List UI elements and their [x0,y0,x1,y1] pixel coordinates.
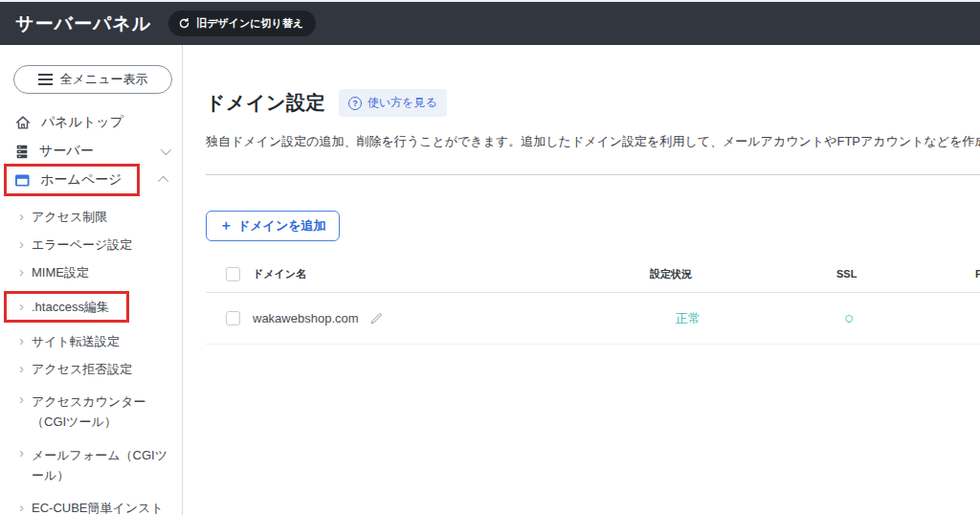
sidebar-item-site-transfer[interactable]: › サイト転送設定 [0,327,182,355]
plus-icon: ＋ [219,217,233,235]
sidebar-item-label: アクセス制限 [32,209,107,225]
sidebar-item-label: MIME設定 [32,264,89,280]
chevron-right-icon: › [19,445,24,460]
ssl-status-mark: ○ [836,310,975,326]
chevron-right-icon: › [19,264,24,280]
chevron-right-icon: › [19,361,24,376]
row-checkbox-cell [206,311,253,325]
select-all-checkbox[interactable] [226,267,240,281]
chevron-down-icon [161,145,171,155]
body-row: 全メニュー表示 パネルトップ サーバー [0,45,980,515]
header-checkbox-cell [206,267,253,281]
sidebar-item-label: サーバー [39,143,94,160]
server-icon [14,144,30,160]
annotation-box-htaccess: › .htaccess編集 [7,294,126,320]
chevron-right-icon: › [19,500,24,515]
section-divider [206,174,980,175]
domain-table: ドメイン名 設定状況 SSL P wakawebshop.com [206,256,980,345]
pencil-icon [369,312,383,325]
switch-old-design-label: 旧デザインに切り替え [196,16,303,31]
chevron-right-icon: › [19,392,24,407]
sidebar-main-nav: パネルトップ サーバー ホームページ [0,108,182,194]
sidebar-item-error-page[interactable]: › エラーページ設定 [0,231,182,258]
chevron-up-icon [158,176,168,187]
switch-old-design-button[interactable]: 旧デザインに切り替え [168,11,316,36]
status-badge: 正常 [650,310,836,327]
all-menu-toggle-label: 全メニュー表示 [60,71,148,88]
sidebar-item-panel-top[interactable]: パネルトップ [0,108,182,137]
help-link-label: 使い方を見る [368,95,437,111]
sidebar-item-access-counter[interactable]: › アクセスカウンター（CGIツール） [0,383,182,437]
top-header: サーバーパネル 旧デザインに切り替え [0,0,980,45]
column-header-status: 設定状況 [650,267,836,281]
sidebar-item-label: アクセスカウンター（CGIツール） [32,392,172,432]
hamburger-icon [38,74,53,85]
sidebar-item-label: EC-CUBE簡単インストール [32,500,172,515]
browser-icon [14,173,31,188]
chevron-right-icon: › [19,236,24,252]
table-row: wakawebshop.com 正常 ○ [206,293,980,345]
sidebar-item-access-restriction[interactable]: › アクセス制限 [0,203,182,231]
sidebar-item-label: .htaccess編集 [32,299,109,315]
sidebar-item-mime[interactable]: › MIME設定 [0,258,182,286]
sidebar: 全メニュー表示 パネルトップ サーバー [0,45,183,515]
app-title: サーバーパネル [15,11,151,36]
add-domain-button[interactable]: ＋ ドメインを追加 [206,211,340,241]
chevron-right-icon: › [19,209,24,224]
page-title-row: ドメイン設定 ? 使い方を見る [206,89,980,117]
chevron-right-icon: › [19,333,24,348]
refresh-icon [178,17,190,30]
sidebar-item-label: サイト転送設定 [32,333,120,349]
sidebar-sub-nav: › アクセス制限 › エラーページ設定 › MIME設定 › .htaccess… [0,203,182,515]
column-header-domain: ドメイン名 [253,267,650,281]
sidebar-item-homepage[interactable]: ホームページ [0,166,182,194]
server-panel-app: サーバーパネル 旧デザインに切り替え 全メニュー表示 パネルトップ [0,0,980,515]
all-menu-toggle-button[interactable]: 全メニュー表示 [13,65,172,94]
sidebar-item-mail-form[interactable]: › メールフォーム（CGIツール） [0,437,182,491]
sidebar-item-server[interactable]: サーバー [0,137,182,166]
sidebar-item-label: パネルトップ [41,114,123,131]
sidebar-item-label: ホームページ [40,171,122,189]
main-content: ドメイン設定 ? 使い方を見る 独自ドメイン設定の追加、削除を行うことができます… [183,45,980,515]
sidebar-item-label: エラーページ設定 [32,236,132,253]
edit-domain-button[interactable] [369,312,383,325]
home-icon [14,114,32,131]
sidebar-item-label: メールフォーム（CGIツール） [32,445,172,485]
chevron-right-icon: › [19,299,24,314]
sidebar-item-access-deny[interactable]: › アクセス拒否設定 [0,355,182,383]
annotation-box-homepage: ホームページ [7,167,137,193]
page-title: ドメイン設定 [206,90,325,116]
page-description: 独自ドメイン設定の追加、削除を行うことができます。追加したドメイン設定を利用して… [206,133,980,150]
sidebar-item-eccube[interactable]: › EC-CUBE簡単インストール [0,491,182,515]
column-header-php: P [975,268,980,280]
column-header-ssl: SSL [836,268,975,280]
row-checkbox[interactable] [226,311,240,325]
sidebar-item-label: アクセス拒否設定 [32,361,132,377]
help-link[interactable]: ? 使い方を見る [339,89,447,117]
domain-cell: wakawebshop.com [253,311,650,325]
question-circle-icon: ? [348,97,362,110]
table-header-row: ドメイン名 設定状況 SSL P [206,256,980,293]
domain-name: wakawebshop.com [253,311,359,325]
sidebar-item-htaccess[interactable]: › .htaccess編集 [0,286,182,327]
add-domain-label: ドメインを追加 [237,217,326,235]
